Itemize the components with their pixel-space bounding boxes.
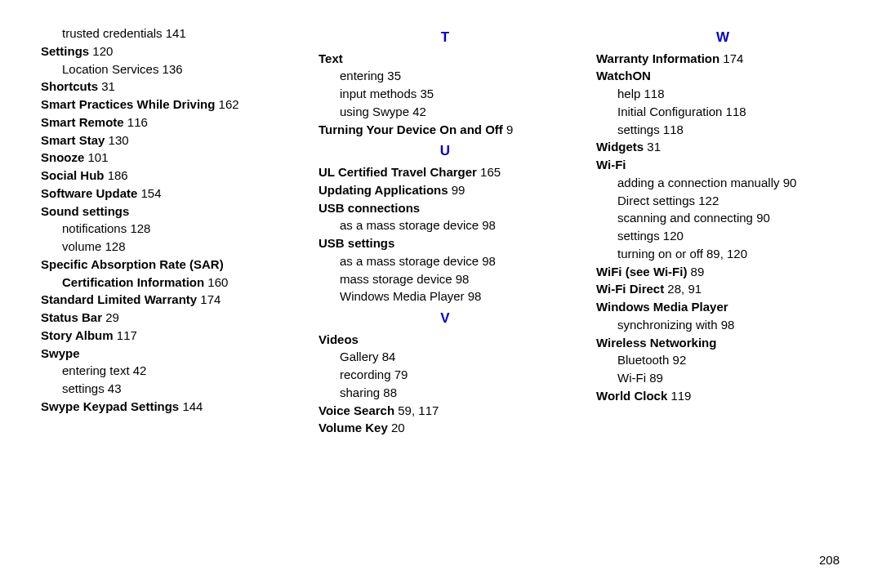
index-topic: Smart Practices While Driving 162: [41, 96, 294, 114]
index-topic: Warranty Information 174: [596, 50, 849, 68]
index-topic: Wi-Fi: [596, 156, 849, 174]
index-topic: Widgets 31: [596, 138, 849, 156]
topic-page: 29: [102, 310, 119, 324]
index-column-1: trusted credentials 141Settings 120Locat…: [41, 24, 294, 437]
topic-page: 120: [89, 44, 113, 58]
topic-label: Smart Stay: [41, 133, 105, 147]
index-topic: Story Album 117: [41, 327, 294, 345]
section-letter: V: [318, 309, 572, 329]
topic-label: Updating Applications: [318, 183, 448, 197]
topic-page: 31: [98, 79, 115, 93]
topic-page: 154: [137, 186, 161, 200]
topic-label: World Clock: [596, 389, 667, 403]
index-topic: Status Bar 29: [41, 309, 294, 327]
index-subentry: turning on or off 89, 120: [596, 245, 849, 263]
index-subentry: entering 35: [318, 67, 572, 85]
index-subentry: settings 118: [596, 121, 849, 139]
topic-label: Wireless Networking: [596, 336, 716, 350]
topic-label: WiFi (see Wi-Fi): [596, 265, 687, 278]
index-topic: Volume Key 20: [318, 419, 572, 437]
topic-page: 144: [179, 399, 203, 413]
index-subentry: synchronizing with 98: [596, 316, 849, 334]
index-topic: Turning Your Device On and Off 9: [318, 121, 572, 139]
topic-label: WatchON: [596, 69, 651, 82]
topic-page: 160: [204, 275, 228, 289]
index-subentry: scanning and connecting 90: [596, 209, 849, 227]
topic-label: Voice Search: [318, 403, 394, 417]
topic-page: 186: [105, 168, 128, 182]
index-topic: Specific Absorption Rate (SAR) Certifica…: [41, 256, 294, 292]
topic-label: Videos: [318, 332, 359, 346]
index-topic: Windows Media Player: [596, 298, 849, 316]
index-subentry: notifications 128: [41, 220, 294, 238]
index-subentry: adding a connection manually 90: [596, 174, 849, 192]
topic-label: USB connections: [318, 201, 420, 215]
index-subentry: trusted credentials 141: [41, 24, 294, 42]
topic-label: Widgets: [596, 140, 644, 154]
index-subentry: settings 43: [41, 380, 294, 398]
topic-label: UL Certified Travel Charger: [318, 165, 477, 179]
topic-label: Windows Media Player: [596, 300, 728, 314]
index-topic: Swype: [41, 345, 294, 363]
topic-label: Settings: [41, 44, 89, 58]
topic-label: Text: [318, 51, 343, 65]
index-topic: USB connections: [318, 199, 572, 217]
index-topic: Wireless Networking: [596, 334, 849, 352]
index-topic: USB settings: [318, 234, 572, 252]
topic-label: Swype Keypad Settings: [41, 399, 179, 413]
section-letter: T: [318, 28, 572, 48]
index-subentry: as a mass storage device 98: [318, 216, 572, 234]
index-topic: Shortcuts 31: [41, 78, 294, 96]
index-subentry: Bluetooth 92: [596, 351, 849, 369]
topic-page: 59, 117: [394, 403, 439, 417]
topic-label: Warranty Information: [596, 51, 719, 65]
topic-label: Smart Practices While Driving: [41, 97, 215, 111]
topic-label: Smart Remote: [41, 115, 124, 129]
index-topic: World Clock 119: [596, 387, 849, 405]
topic-page: 119: [667, 389, 691, 403]
index-topic: WiFi (see Wi-Fi) 89: [596, 263, 849, 281]
topic-page: 174: [719, 51, 743, 65]
topic-page: 89: [687, 265, 704, 278]
topic-label: Swype: [41, 346, 80, 360]
index-topic: Wi-Fi Direct 28, 91: [596, 280, 849, 298]
index-topic: Videos: [318, 331, 572, 349]
index-subentry: Location Services 136: [41, 60, 294, 78]
index-topic: Updating Applications 99: [318, 181, 572, 199]
topic-label: Volume Key: [318, 421, 388, 434]
index-topic: Social Hub 186: [41, 167, 294, 185]
index-topic: Smart Remote 116: [41, 114, 294, 131]
index-subentry: input methods 35: [318, 85, 572, 103]
topic-page: 101: [84, 150, 108, 164]
topic-label: Software Update: [41, 186, 137, 200]
index-subentry: recording 79: [318, 366, 572, 384]
topic-label: Sound settings: [41, 204, 129, 218]
topic-page: 9: [503, 122, 514, 136]
topic-page: 165: [477, 165, 501, 179]
topic-page: 116: [124, 115, 148, 129]
topic-page: 31: [644, 140, 661, 154]
index-topic: Snooze 101: [41, 149, 294, 167]
topic-label: Status Bar: [41, 310, 102, 324]
topic-label: Wi-Fi: [596, 158, 626, 172]
index-subentry: using Swype 42: [318, 103, 572, 121]
topic-label: Shortcuts: [41, 79, 98, 93]
index-subentry: volume 128: [41, 238, 294, 256]
topic-page: 28, 91: [664, 282, 702, 296]
index-topic: Settings 120: [41, 42, 294, 60]
index-subentry: entering text 42: [41, 362, 294, 380]
topic-label: Wi-Fi Direct: [596, 282, 664, 296]
page-number: 208: [819, 553, 840, 567]
topic-page: 99: [448, 183, 466, 197]
index-topic: WatchON: [596, 67, 849, 85]
topic-label: Snooze: [41, 150, 84, 164]
topic-page: 117: [114, 328, 137, 342]
index-subentry: as a mass storage device 98: [318, 252, 572, 270]
index-subentry: Direct settings 122: [596, 192, 849, 210]
index-column-3: WWarranty Information 174WatchONhelp 118…: [596, 24, 849, 437]
topic-label: Turning Your Device On and Off: [318, 122, 503, 136]
topic-label: Story Album: [41, 328, 114, 342]
section-letter: W: [596, 28, 849, 48]
index-topic: Standard Limited Warranty 174: [41, 291, 294, 309]
index-topic: UL Certified Travel Charger 165: [318, 163, 572, 181]
